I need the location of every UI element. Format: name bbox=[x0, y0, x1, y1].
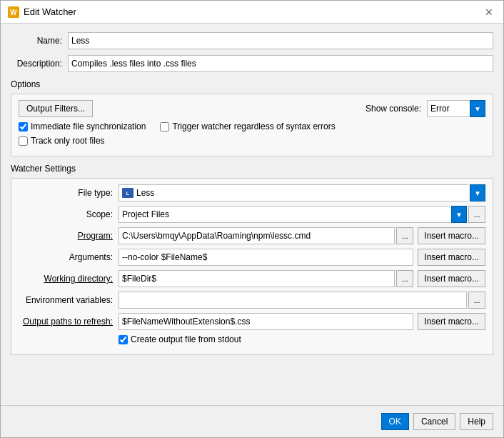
scope-label: Scope: bbox=[19, 209, 119, 219]
working-dir-input[interactable] bbox=[119, 270, 395, 287]
name-row: Name: bbox=[11, 32, 493, 49]
dialog-title: Edit Watcher bbox=[24, 6, 76, 17]
dialog-content: Name: Description: Options Output Filter… bbox=[1, 24, 503, 405]
dialog-footer: OK Cancel Help bbox=[1, 405, 503, 437]
immediate-sync-text: Immediate file synchronization bbox=[31, 121, 146, 131]
svg-text:W: W bbox=[10, 9, 17, 16]
description-row: Description: bbox=[11, 55, 493, 72]
trigger-watcher-checkbox[interactable] bbox=[160, 122, 169, 131]
options-box: Output Filters... Show console: Error Al… bbox=[11, 94, 493, 156]
output-paths-group: Insert macro... bbox=[119, 313, 485, 330]
scope-group: Project Files ▼ ... bbox=[119, 206, 485, 223]
watcher-settings-box: File type: L Less ▼ Scope: Project Files… bbox=[11, 178, 493, 355]
track-root-text: Track only root files bbox=[31, 136, 105, 146]
title-bar: W Edit Watcher ✕ bbox=[1, 1, 503, 24]
program-row: Program: ... Insert macro... bbox=[19, 227, 485, 244]
name-input[interactable] bbox=[68, 32, 493, 49]
track-root-label[interactable]: Track only root files bbox=[19, 136, 105, 146]
create-output-label[interactable]: Create output file from stdout bbox=[119, 334, 241, 344]
working-dir-row: Working directory: ... Insert macro... bbox=[19, 270, 485, 287]
program-group: ... Insert macro... bbox=[119, 227, 485, 244]
arguments-label: Arguments: bbox=[19, 252, 119, 262]
program-input[interactable] bbox=[119, 227, 395, 244]
arguments-input[interactable] bbox=[119, 249, 413, 266]
output-paths-label: Output paths to refresh: bbox=[19, 317, 119, 327]
edit-watcher-dialog: W Edit Watcher ✕ Name: Description: Opti… bbox=[0, 0, 504, 438]
output-paths-input[interactable] bbox=[119, 313, 413, 330]
description-input[interactable] bbox=[68, 55, 493, 72]
program-insert-macro-button[interactable]: Insert macro... bbox=[418, 227, 485, 244]
scope-row: Scope: Project Files ▼ ... bbox=[19, 206, 485, 223]
env-vars-input[interactable] bbox=[119, 292, 467, 309]
options-checkboxes-row1: Immediate file synchronization Trigger w… bbox=[19, 121, 485, 131]
show-console-group: Show console: Error Always Never ▼ bbox=[366, 100, 485, 117]
file-type-value: Less bbox=[136, 188, 154, 198]
description-label: Description: bbox=[11, 59, 68, 69]
arguments-row: Arguments: Insert macro... bbox=[19, 249, 485, 266]
env-vars-group: ... bbox=[119, 292, 485, 309]
file-type-display: L Less bbox=[119, 184, 468, 201]
file-type-row: File type: L Less ▼ bbox=[19, 184, 485, 201]
working-dir-group: ... Insert macro... bbox=[119, 270, 485, 287]
trigger-watcher-label[interactable]: Trigger watcher regardless of syntax err… bbox=[160, 121, 335, 131]
file-type-label: File type: bbox=[19, 188, 119, 198]
program-dots-button[interactable]: ... bbox=[396, 227, 413, 244]
working-dir-dots-button[interactable]: ... bbox=[396, 270, 413, 287]
scope-dropdown-arrow[interactable]: ▼ bbox=[451, 206, 467, 223]
trigger-watcher-text: Trigger watcher regardless of syntax err… bbox=[172, 121, 335, 131]
show-console-select[interactable]: Error Always Never bbox=[427, 100, 470, 117]
output-filters-button[interactable]: Output Filters... bbox=[19, 100, 93, 117]
cancel-button[interactable]: Cancel bbox=[413, 413, 455, 430]
console-dropdown-arrow[interactable]: ▼ bbox=[470, 100, 485, 117]
create-output-checkbox[interactable] bbox=[119, 335, 128, 344]
env-vars-label: Environment variables: bbox=[19, 295, 119, 305]
create-output-text: Create output file from stdout bbox=[131, 334, 241, 344]
options-section-title: Options bbox=[11, 79, 493, 89]
ok-button[interactable]: OK bbox=[381, 413, 409, 430]
file-type-dropdown-arrow[interactable]: ▼ bbox=[470, 184, 485, 201]
show-console-label: Show console: bbox=[366, 104, 421, 114]
watcher-app-icon: W bbox=[8, 6, 19, 18]
create-output-row: Create output file from stdout bbox=[19, 334, 485, 344]
immediate-sync-label[interactable]: Immediate file synchronization bbox=[19, 121, 146, 131]
env-vars-dots-button[interactable]: ... bbox=[468, 292, 485, 309]
console-select-wrapper: Error Always Never ▼ bbox=[427, 100, 485, 117]
watcher-settings-title: Watcher Settings bbox=[11, 164, 493, 174]
options-top-row: Output Filters... Show console: Error Al… bbox=[19, 100, 485, 117]
close-button[interactable]: ✕ bbox=[482, 5, 496, 19]
working-dir-label: Working directory: bbox=[19, 274, 119, 284]
scope-dots-button[interactable]: ... bbox=[468, 206, 485, 223]
options-checkboxes-row2: Track only root files bbox=[19, 136, 485, 146]
track-root-checkbox[interactable] bbox=[19, 136, 28, 146]
immediate-sync-checkbox[interactable] bbox=[19, 122, 28, 131]
env-vars-row: Environment variables: ... bbox=[19, 292, 485, 309]
less-file-icon: L bbox=[122, 188, 133, 198]
output-paths-row: Output paths to refresh: Insert macro... bbox=[19, 313, 485, 330]
working-dir-insert-macro-button[interactable]: Insert macro... bbox=[418, 270, 485, 287]
scope-select[interactable]: Project Files bbox=[119, 206, 450, 223]
file-type-group: L Less ▼ bbox=[119, 184, 485, 201]
arguments-insert-macro-button[interactable]: Insert macro... bbox=[418, 249, 485, 266]
arguments-group: Insert macro... bbox=[119, 249, 485, 266]
name-label: Name: bbox=[11, 36, 68, 46]
help-button[interactable]: Help bbox=[460, 413, 493, 430]
output-paths-insert-macro-button[interactable]: Insert macro... bbox=[418, 313, 485, 330]
program-label: Program: bbox=[19, 231, 119, 241]
title-bar-left: W Edit Watcher bbox=[8, 6, 76, 18]
